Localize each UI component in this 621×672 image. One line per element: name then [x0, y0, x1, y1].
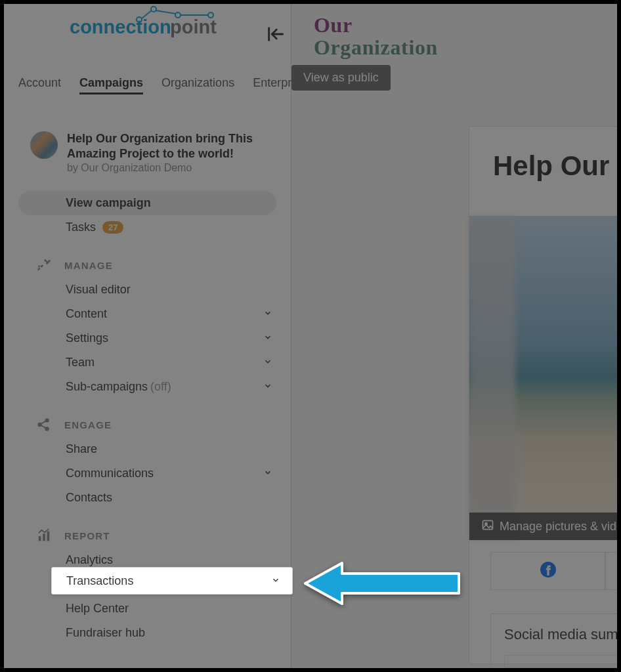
- nav-tabs: Account Campaigns Organizations Enterpri…: [4, 43, 291, 102]
- svg-text:point: point: [170, 16, 217, 37]
- view-as-public-button[interactable]: View as public: [291, 65, 391, 91]
- sidebar-item-sub-campaigns[interactable]: Sub-campaigns(off): [4, 375, 291, 399]
- share-icon: [37, 417, 51, 432]
- analytics-icon: [37, 528, 51, 543]
- sidebar-item-team[interactable]: Team: [4, 350, 291, 375]
- sidebar-item-fundraiser-hub[interactable]: Fundraiser hub: [4, 621, 291, 645]
- section-report: REPORT: [4, 510, 291, 548]
- svg-rect-18: [47, 532, 50, 541]
- chevron-down-icon: [263, 331, 272, 345]
- sidebar-item-contacts[interactable]: Contacts: [4, 486, 291, 510]
- sidebar-item-settings[interactable]: Settings: [4, 326, 291, 350]
- connectionpoint-logo: connection point: [70, 5, 227, 43]
- social-summary-title: Social media summ: [504, 626, 617, 643]
- svg-line-14: [41, 421, 45, 425]
- chevron-down-icon: [263, 307, 272, 321]
- chevron-down-icon: [263, 467, 272, 480]
- svg-rect-16: [39, 536, 41, 541]
- transactions-label: Transactions: [66, 574, 133, 588]
- social-row: [490, 552, 617, 590]
- campaign-block[interactable]: Help Our Organization bring This Amazing…: [4, 102, 291, 179]
- manage-pics-label: Manage pictures & video: [500, 520, 617, 534]
- social-summary-body: [504, 655, 617, 668]
- tasks-label: Tasks: [66, 220, 96, 234]
- sidebar-item-visual-editor[interactable]: Visual editor: [4, 278, 291, 302]
- report-header-label: REPORT: [64, 530, 110, 541]
- tab-campaigns[interactable]: Campaigns: [79, 76, 143, 94]
- campaign-by: by Our Organization Demo: [67, 162, 272, 174]
- svg-rect-19: [483, 520, 493, 529]
- chevron-down-icon: [263, 356, 272, 369]
- sidebar-item-view-campaign[interactable]: View campaign: [18, 191, 276, 215]
- tasks-count-badge: 27: [102, 221, 123, 234]
- view-campaign-label: View campaign: [66, 196, 151, 210]
- social-media-summary-card: Social media summ: [490, 614, 617, 668]
- campaign-avatar: [30, 131, 58, 159]
- svg-rect-17: [43, 534, 45, 541]
- image-icon: [481, 518, 494, 535]
- sidebar-item-content[interactable]: Content: [4, 302, 291, 326]
- tab-account[interactable]: Account: [18, 76, 61, 94]
- campaign-title: Help Our Organization bring This Amazing…: [67, 131, 272, 161]
- svg-text:connection: connection: [70, 16, 171, 37]
- sidebar-item-tasks[interactable]: Tasks 27: [4, 215, 291, 240]
- tools-icon: [37, 258, 51, 272]
- facebook-icon: [540, 561, 557, 581]
- chevron-down-icon: [263, 380, 272, 394]
- manage-pictures-button[interactable]: Manage pictures & video: [469, 513, 617, 540]
- section-manage: MANAGE: [4, 240, 291, 278]
- hero-image-prev[interactable]: [469, 216, 515, 540]
- section-engage: ENGAGE: [4, 399, 291, 437]
- share-other-button[interactable]: [605, 552, 617, 590]
- tab-organizations[interactable]: Organizations: [161, 76, 234, 94]
- svg-line-15: [41, 425, 45, 429]
- collapse-sidebar-button[interactable]: [266, 25, 284, 43]
- campaign-card-title: Help Our O: [469, 127, 617, 182]
- org-logo: Our Organization: [291, 4, 617, 58]
- share-facebook-button[interactable]: [490, 552, 605, 590]
- sidebar-item-transactions[interactable]: Transactions: [51, 567, 293, 595]
- sidebar-item-help-center[interactable]: Help Center: [4, 597, 291, 621]
- engage-header-label: ENGAGE: [64, 419, 112, 430]
- sidebar-item-share[interactable]: Share: [4, 437, 291, 461]
- sidebar-item-communications[interactable]: Communications: [4, 461, 291, 486]
- tutorial-arrow: [303, 560, 460, 606]
- chevron-down-icon: [271, 574, 280, 588]
- manage-header-label: MANAGE: [64, 260, 113, 271]
- campaign-card: Help Our O Manage pictures & video Socia…: [469, 126, 617, 664]
- svg-line-5: [156, 10, 176, 14]
